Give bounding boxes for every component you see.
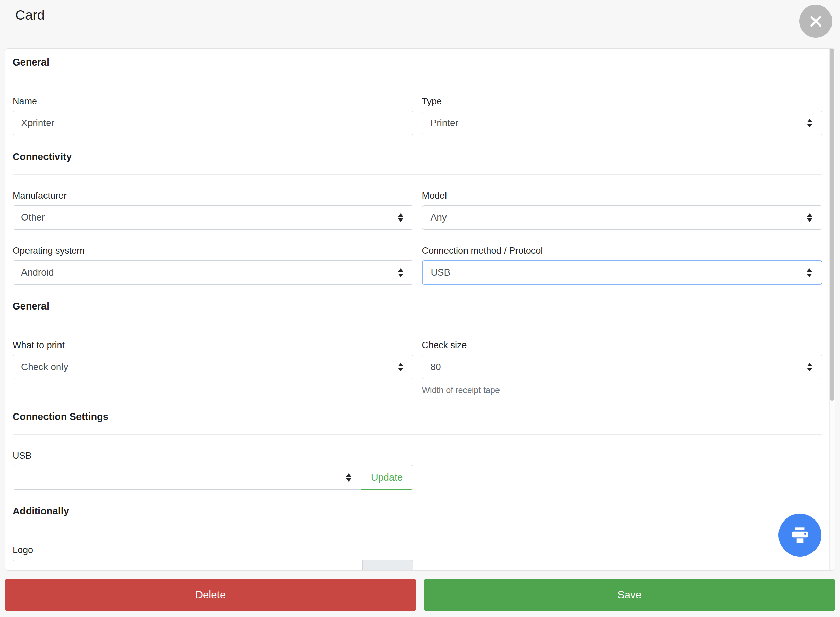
connection-method-field-group: Connection method / Protocol USB <box>422 246 823 285</box>
type-label: Type <box>422 96 823 106</box>
connection-method-select[interactable]: USB <box>422 260 823 285</box>
scrollbar-thumb[interactable] <box>830 49 834 401</box>
what-to-print-field-group: What to print Check only <box>13 340 413 379</box>
what-to-print-select[interactable]: Check only <box>13 355 413 379</box>
card-body: General Name Type Printer Connectivity M… <box>6 56 834 571</box>
logo-append-button[interactable] <box>362 559 413 571</box>
type-field-group: Type Printer <box>422 96 823 135</box>
connection-method-label: Connection method / Protocol <box>422 246 823 256</box>
type-select[interactable]: Printer <box>422 111 823 135</box>
select-arrows-icon <box>807 363 812 371</box>
model-select[interactable]: Any <box>422 205 823 230</box>
row-os-connection: Operating system Android Connection meth… <box>13 246 822 285</box>
section-title-connection-settings: Connection Settings <box>13 411 822 423</box>
operating-system-field-group: Operating system Android <box>13 246 413 285</box>
model-field-group: Model Any <box>422 190 823 230</box>
section-title-general-2: General <box>13 300 822 312</box>
check-size-select[interactable]: 80 <box>422 355 823 379</box>
model-select-value: Any <box>431 212 447 223</box>
select-arrows-icon <box>807 213 812 222</box>
section-title-general: General <box>13 56 822 68</box>
manufacturer-select[interactable]: Other <box>13 205 413 230</box>
print-fab-button[interactable] <box>778 514 821 556</box>
usb-label: USB <box>13 450 413 461</box>
close-button[interactable] <box>799 5 832 38</box>
footer-actions: Delete Save <box>5 579 835 611</box>
usb-select[interactable] <box>13 465 361 490</box>
save-button[interactable]: Save <box>424 579 835 611</box>
select-arrows-icon <box>807 119 812 127</box>
manufacturer-label: Manufacturer <box>13 190 413 201</box>
section-divider <box>13 174 822 175</box>
scrollbar-track[interactable] <box>830 49 834 570</box>
operating-system-select-value: Android <box>21 267 54 278</box>
page-title: Card <box>15 7 45 23</box>
section-title-connectivity: Connectivity <box>13 151 822 163</box>
delete-button[interactable]: Delete <box>5 579 416 611</box>
check-size-select-value: 80 <box>431 362 441 372</box>
manufacturer-field-group: Manufacturer Other <box>13 190 413 230</box>
row-print-checksize: What to print Check only Check size 80 W… <box>13 340 822 395</box>
check-size-field-group: Check size 80 Width of receipt tape <box>422 340 823 395</box>
update-button[interactable]: Update <box>361 465 413 490</box>
section-divider <box>13 80 822 80</box>
logo-label: Logo <box>13 545 413 555</box>
name-input[interactable] <box>13 111 413 135</box>
name-label: Name <box>13 96 413 106</box>
row-usb: USB Update <box>13 450 822 490</box>
card-panel: General Name Type Printer Connectivity M… <box>5 48 835 571</box>
row-manufacturer-model: Manufacturer Other Model Any <box>13 190 822 230</box>
type-select-value: Printer <box>431 118 458 128</box>
what-to-print-label: What to print <box>13 340 413 350</box>
usb-input-group: Update <box>13 465 413 490</box>
select-arrows-icon <box>398 363 403 371</box>
model-label: Model <box>422 190 823 201</box>
usb-field-group: USB Update <box>13 450 413 490</box>
row-logo: Logo <box>13 545 822 571</box>
manufacturer-select-value: Other <box>21 212 45 223</box>
section-divider <box>13 324 822 324</box>
select-arrows-icon <box>398 213 403 222</box>
logo-field-group: Logo <box>13 545 413 571</box>
check-size-help-text: Width of receipt tape <box>422 385 823 395</box>
name-field-group: Name <box>13 96 413 135</box>
operating-system-select[interactable]: Android <box>13 260 413 285</box>
logo-input-group <box>13 559 413 571</box>
section-divider <box>13 528 822 529</box>
operating-system-label: Operating system <box>13 246 413 256</box>
select-arrows-icon <box>346 473 351 482</box>
printer-icon <box>789 524 811 546</box>
what-to-print-select-value: Check only <box>21 362 68 372</box>
select-arrows-icon <box>807 269 812 277</box>
section-title-additionally: Additionally <box>13 505 822 517</box>
select-arrows-icon <box>398 269 403 277</box>
row-name-type: Name Type Printer <box>13 96 822 135</box>
close-icon <box>808 13 824 29</box>
check-size-label: Check size <box>422 340 823 350</box>
connection-method-select-value: USB <box>431 267 450 278</box>
logo-input[interactable] <box>13 559 363 571</box>
